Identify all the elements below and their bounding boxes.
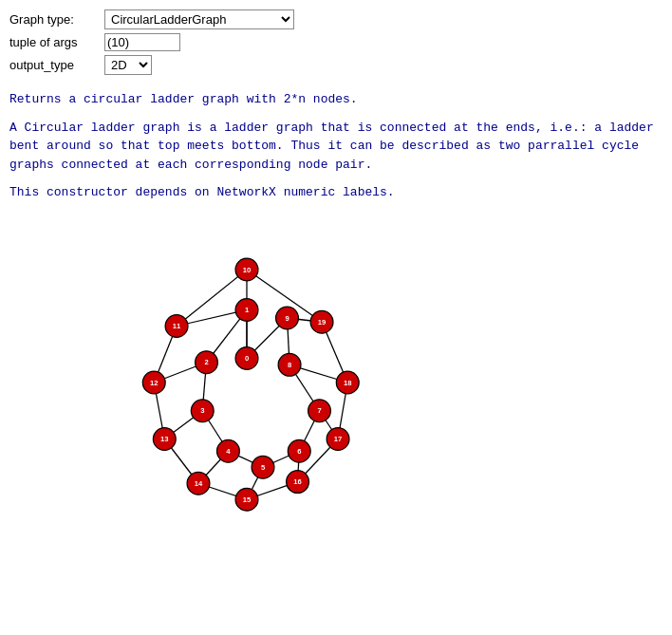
description-line2: A Circular ladder graph is a ladder grap… <box>9 119 663 175</box>
description-block: Returns a circular ladder graph with 2*n… <box>9 90 663 202</box>
svg-text:18: 18 <box>344 378 352 386</box>
output-type-label: output_type <box>9 58 104 72</box>
svg-text:12: 12 <box>150 378 159 386</box>
svg-text:10: 10 <box>243 265 252 273</box>
svg-text:8: 8 <box>288 360 292 368</box>
output-type-select[interactable]: 2D 3D <box>104 55 152 75</box>
graph-type-row: Graph type: CircularLadderGraph LadderGr… <box>9 9 663 29</box>
graph-type-select[interactable]: CircularLadderGraph LadderGraph PathGrap… <box>104 9 294 29</box>
output-type-row: output_type 2D 3D <box>9 55 663 75</box>
svg-text:0: 0 <box>245 354 249 363</box>
tuple-input[interactable] <box>104 33 180 51</box>
svg-text:6: 6 <box>297 446 301 455</box>
graph-svg: 012345678910111213141516171819 <box>66 221 427 544</box>
description-line3: This constructor depends on NetworkX num… <box>9 183 663 202</box>
svg-text:2: 2 <box>204 358 208 366</box>
tuple-row: tuple of args <box>9 33 663 51</box>
graph-type-label: Graph type: <box>9 12 104 27</box>
description-line1: Returns a circular ladder graph with 2*n… <box>9 90 663 109</box>
svg-text:7: 7 <box>317 406 321 415</box>
svg-text:9: 9 <box>285 313 289 322</box>
svg-text:15: 15 <box>243 495 252 503</box>
svg-text:13: 13 <box>160 435 169 443</box>
svg-text:14: 14 <box>195 478 203 487</box>
svg-text:17: 17 <box>334 435 343 443</box>
tuple-label: tuple of args <box>9 35 104 49</box>
svg-text:19: 19 <box>318 317 327 326</box>
svg-text:11: 11 <box>173 322 181 330</box>
svg-text:3: 3 <box>200 406 204 415</box>
svg-text:16: 16 <box>293 477 302 486</box>
graph-container: 012345678910111213141516171819 <box>9 221 663 544</box>
